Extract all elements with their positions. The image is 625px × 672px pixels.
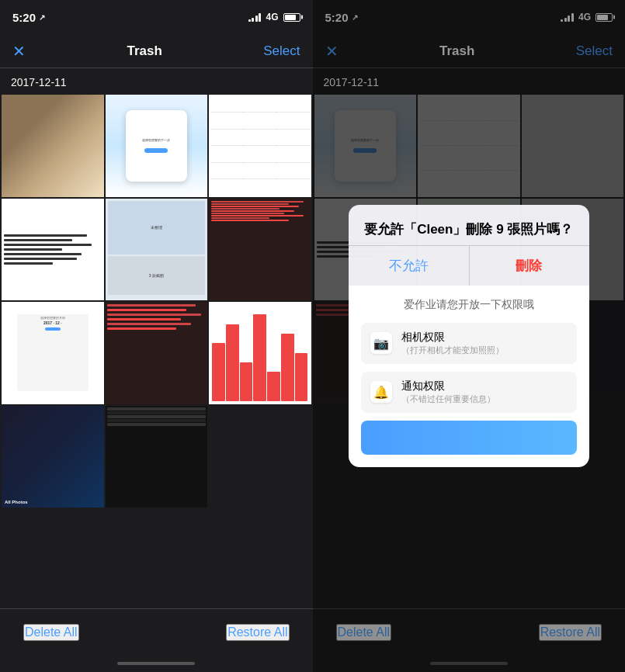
photo-8[interactable] (106, 302, 208, 404)
camera-icon: 📷 (370, 332, 392, 354)
date-label-left: 2017-12-11 (0, 68, 313, 93)
right-panel: 5:20 ↗ 4G ✕ Trash Select 2017-12-11 选择您想… (313, 0, 626, 672)
alert-title: 要允許「Cleen」刪除 9 張照片嗎？ (349, 205, 589, 245)
lte-label-left: 4G (266, 12, 278, 23)
nav-bar-left: ✕ Trash Select (0, 34, 313, 68)
delete-all-button-left[interactable]: Delete All (23, 624, 79, 641)
bell-icon: 🔔 (370, 381, 392, 403)
photo-6[interactable] (209, 199, 311, 301)
status-bar-left: 5:20 ↗ 4G (0, 0, 313, 34)
photo-2[interactable]: 选择您想要的下一步 (106, 95, 208, 197)
home-indicator-left (0, 655, 313, 672)
photo-4[interactable] (2, 199, 104, 301)
alert-actions: 不允許 刪除 (349, 246, 589, 286)
photo-10[interactable]: All Photos (2, 406, 104, 508)
notification-permission-desc: （不错过任何重要信息） (401, 393, 495, 405)
camera-permission-desc: （打开相机才能变加照照） (401, 345, 504, 356)
photo-grid-left: 选择您想要的下一步 未整理 (0, 93, 313, 608)
nav-title-left: Trash (127, 43, 161, 59)
photo-5[interactable]: 未整理 3 款截图 (106, 199, 208, 301)
photo-3[interactable] (209, 95, 311, 197)
left-panel: 5:20 ↗ 4G ✕ Trash Select 2017-12-11 选择您 (0, 0, 313, 672)
cancel-button[interactable]: 不允許 (349, 246, 469, 286)
close-button-left[interactable]: ✕ (12, 42, 26, 61)
photo-7[interactable]: 选择您想要的月份 2017 · 12 · (2, 302, 104, 404)
location-arrow-left: ↗ (39, 13, 45, 22)
camera-permission-title: 相机权限 (401, 331, 504, 345)
permission-card: 爱作业请您开放一下权限哦 📷 相机权限 （打开相机才能变加照照） 🔔 通知权限 … (349, 286, 589, 467)
permission-header: 爱作业请您开放一下权限哦 (361, 298, 577, 312)
photo-11[interactable] (106, 406, 208, 508)
alert-dialog: 要允許「Cleen」刪除 9 張照片嗎？ 不允許 刪除 (349, 205, 589, 285)
notification-permission-title: 通知权限 (401, 379, 495, 393)
battery-fill-left (285, 15, 296, 20)
home-bar-left (117, 662, 195, 665)
status-icons-left: 4G (248, 12, 300, 23)
photo-1[interactable] (2, 95, 104, 197)
photo-9[interactable] (209, 302, 311, 404)
dialog-overlay: 要允許「Cleen」刪除 9 張照片嗎？ 不允許 刪除 爱作业请您开放一下权限哦… (313, 0, 626, 672)
dialog-stack: 要允許「Cleen」刪除 9 張照片嗎？ 不允許 刪除 爱作业请您开放一下权限哦… (349, 205, 589, 466)
permission-cta-button[interactable] (361, 421, 577, 455)
select-button-left[interactable]: Select (263, 43, 300, 59)
all-photos-label: All Photos (2, 497, 31, 507)
restore-all-button-left[interactable]: Restore All (226, 624, 289, 641)
notification-permission-item[interactable]: 🔔 通知权限 （不错过任何重要信息） (361, 372, 577, 413)
camera-permission-item[interactable]: 📷 相机权限 （打开相机才能变加照照） (361, 323, 577, 364)
signal-bars-left (248, 12, 262, 22)
battery-body-left (283, 13, 300, 22)
status-time-left: 5:20 ↗ (12, 11, 45, 24)
battery-left (283, 13, 300, 22)
confirm-delete-button[interactable]: 刪除 (469, 246, 589, 286)
bottom-toolbar-left: Delete All Restore All (0, 608, 313, 655)
